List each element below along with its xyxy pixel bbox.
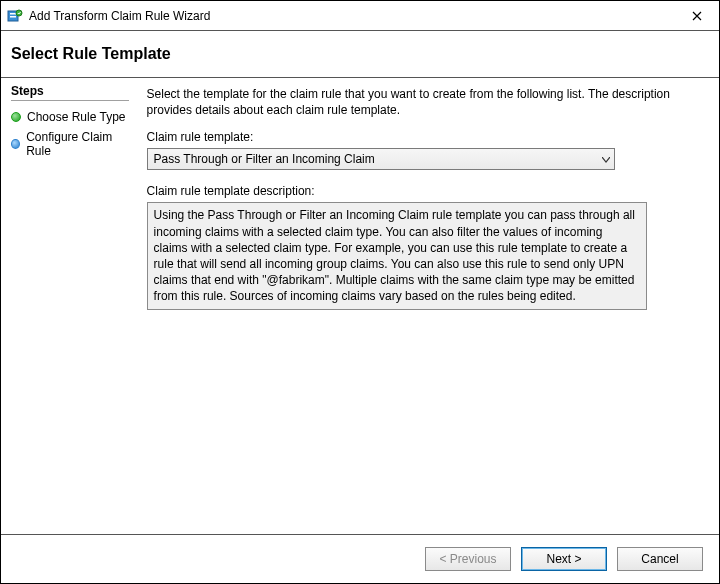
divider [11, 100, 129, 101]
steps-title: Steps [11, 84, 129, 98]
step-configure-claim-rule[interactable]: Configure Claim Rule [11, 127, 129, 161]
cancel-button[interactable]: Cancel [617, 547, 703, 571]
main-area: Steps Choose Rule Type Configure Claim R… [1, 78, 719, 535]
claim-rule-template-select[interactable]: Pass Through or Filter an Incoming Claim [147, 148, 615, 170]
page-header: Select Rule Template [1, 31, 719, 78]
content-panel: Select the template for the claim rule t… [139, 78, 719, 534]
select-value: Pass Through or Filter an Incoming Claim [154, 152, 375, 166]
step-active-icon [11, 112, 21, 122]
close-button[interactable] [674, 1, 719, 30]
step-choose-rule-type[interactable]: Choose Rule Type [11, 107, 129, 127]
svg-point-3 [16, 10, 22, 16]
next-button[interactable]: Next > [521, 547, 607, 571]
footer-buttons: < Previous Next > Cancel [1, 535, 719, 583]
steps-sidebar: Steps Choose Rule Type Configure Claim R… [1, 78, 139, 534]
wizard-icon [7, 8, 23, 24]
step-label: Configure Claim Rule [26, 130, 128, 158]
description-box: Using the Pass Through or Filter an Inco… [147, 202, 647, 309]
step-label: Choose Rule Type [27, 110, 126, 124]
previous-button: < Previous [425, 547, 511, 571]
window-title: Add Transform Claim Rule Wizard [29, 9, 210, 23]
titlebar: Add Transform Claim Rule Wizard [1, 1, 719, 31]
page-title: Select Rule Template [11, 45, 709, 63]
svg-rect-1 [10, 13, 16, 15]
template-label: Claim rule template: [147, 130, 699, 144]
step-pending-icon [11, 139, 20, 149]
close-icon [692, 11, 702, 21]
svg-rect-2 [10, 16, 16, 18]
intro-text: Select the template for the claim rule t… [147, 86, 699, 118]
chevron-down-icon [602, 154, 610, 165]
description-label: Claim rule template description: [147, 184, 699, 198]
